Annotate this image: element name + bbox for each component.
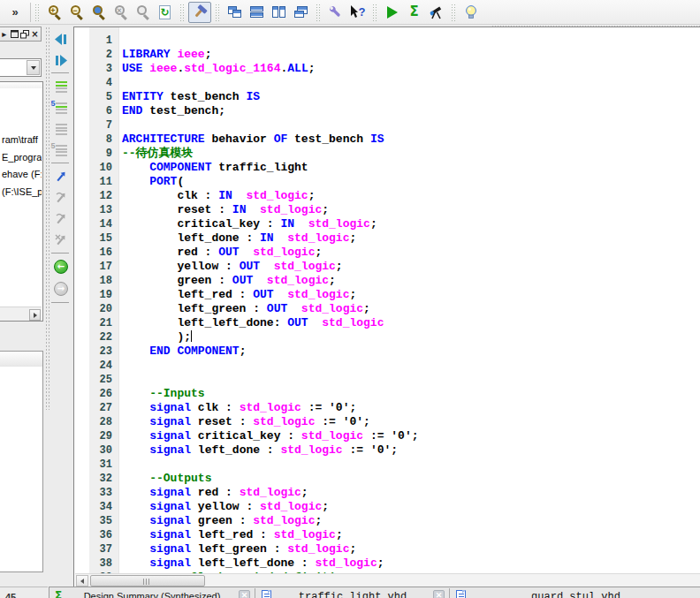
code-line: yellow : OUT std_logic; xyxy=(122,260,419,274)
line-number: 15 xyxy=(89,231,112,246)
toolbar-drag-handle[interactable] xyxy=(451,4,456,21)
toggle-bookmark-disabled-icon xyxy=(56,124,67,134)
tab-close-button[interactable]: ✕ xyxy=(433,590,445,598)
combobox-dropdown-button[interactable] xyxy=(27,60,40,75)
toggle-bookmark-button[interactable] xyxy=(52,78,70,95)
analyze-button[interactable] xyxy=(425,2,447,23)
code-line xyxy=(122,76,419,90)
toolbar-drag-handle[interactable] xyxy=(34,4,40,21)
code-line: critical_key : IN std_logic; xyxy=(122,217,419,231)
nav-previous-button[interactable] xyxy=(52,30,70,48)
toolbar-drag-handle[interactable] xyxy=(372,4,377,21)
left-panel-combobox[interactable] xyxy=(0,58,42,77)
panel-maximize-button[interactable] xyxy=(10,29,18,40)
list-item[interactable]: E_progra xyxy=(0,149,42,167)
document-tabbar: Σ Design Summary (Synthesized) ✕ traffic… xyxy=(49,587,700,598)
panel-undock-button[interactable]: ▸ xyxy=(0,29,8,40)
toolbar-drag-handle[interactable] xyxy=(316,4,321,21)
run-play-icon xyxy=(387,6,398,19)
toolbar-overflow-chevron[interactable]: » xyxy=(0,5,30,19)
tab-label: guard_stul.vhd xyxy=(451,591,700,598)
list-item[interactable]: ehave (F:\ xyxy=(0,166,42,184)
context-help-button[interactable]: ? xyxy=(346,2,369,23)
code-line: --Outputs xyxy=(122,472,419,486)
line-number: 14 xyxy=(89,217,112,231)
line-number: 27 xyxy=(89,401,112,415)
maximize-icon xyxy=(11,30,19,38)
line-number: 20 xyxy=(89,302,112,316)
prev-marker-disabled-button xyxy=(52,210,70,228)
panel-close-button[interactable]: × xyxy=(31,29,39,40)
refresh-view-button[interactable]: ↻ xyxy=(154,2,176,23)
line-number: 11 xyxy=(89,175,112,189)
tab-close-button[interactable]: ✕ xyxy=(239,590,250,598)
nav-next-icon xyxy=(55,55,68,66)
code-line: --Inputs xyxy=(122,387,419,401)
left-panel-file-list[interactable]: ram\traffE_prograehave (F:\(F:\ISE_p xyxy=(0,81,43,322)
file-list-hscrollbar[interactable] xyxy=(0,307,42,321)
line-number: 28 xyxy=(89,415,112,429)
settings-wrench-button[interactable] xyxy=(324,2,346,23)
implementation-tool-button[interactable] xyxy=(188,2,211,23)
wrench-icon xyxy=(328,4,343,19)
question-mark-icon: ? xyxy=(359,6,366,18)
toolbar-drag-handle[interactable] xyxy=(215,4,220,21)
line-number: 9 xyxy=(89,147,112,161)
toggle-bookmark-icon xyxy=(56,81,67,92)
code-line: reset : IN std_logic; xyxy=(122,203,419,217)
line-number: 30 xyxy=(89,443,112,458)
code-line: green : OUT std_logic; xyxy=(122,274,419,288)
line-number: 25 xyxy=(89,373,112,387)
line-number: 10 xyxy=(89,161,112,175)
list-item[interactable]: ram\traff xyxy=(0,132,42,149)
hscrollbar-thumb[interactable] xyxy=(90,575,205,587)
tab-traffic-light-vhd[interactable]: traffic_light.vhd ✕ xyxy=(256,588,450,598)
zoom-full-view-button[interactable] xyxy=(88,2,110,23)
scroll-right-button[interactable] xyxy=(29,309,41,321)
scroll-left-button[interactable] xyxy=(76,575,88,587)
bottom-left-tab-fragment[interactable]: 45 xyxy=(0,587,48,598)
go-back-button[interactable]: ← xyxy=(52,258,70,276)
code-line: ENTITY test_bench IS xyxy=(122,90,419,104)
set-marker-button[interactable] xyxy=(52,168,70,185)
show-tips-button[interactable] xyxy=(460,2,482,23)
code-line xyxy=(122,359,419,373)
code-viewport[interactable]: 1234567891011121314151617181920212223242… xyxy=(75,27,700,573)
help-arrow-cursor-icon xyxy=(350,5,359,19)
code-line: signal critical_key : std_logic := '0'; xyxy=(122,429,419,443)
lightbulb-icon xyxy=(464,4,478,19)
panel-restore-button[interactable] xyxy=(20,29,29,40)
code-line: PORT( xyxy=(122,175,419,189)
text-caret xyxy=(191,330,192,342)
code-line: left_green : OUT std_logic; xyxy=(122,302,419,316)
zoom-in-button[interactable]: + xyxy=(43,2,65,23)
line-number: 37 xyxy=(89,542,112,556)
left-lower-panel xyxy=(0,351,43,572)
side-toolbar-drag-handle[interactable] xyxy=(45,26,49,410)
tab-guard-stul-vhd[interactable]: guard_stul.vhd xyxy=(451,588,700,598)
nav-next-button[interactable] xyxy=(52,51,70,69)
arrange-windows-button[interactable] xyxy=(290,2,312,23)
goto-bookmark-button[interactable]: 5 xyxy=(52,99,70,117)
tile-horizontal-button[interactable] xyxy=(246,2,268,23)
zoom-selection-icon xyxy=(136,5,150,19)
code-line: COMPONENT traffic_light xyxy=(122,161,419,175)
code-line xyxy=(122,373,419,387)
run-all-button[interactable]: Σ xyxy=(403,2,425,23)
line-number: 29 xyxy=(89,429,112,443)
code-line: --待仿真模块 xyxy=(122,147,419,161)
tab-design-summary[interactable]: Σ Design Summary (Synthesized) ✕ xyxy=(49,588,255,598)
line-number: 23 xyxy=(89,344,112,359)
list-item[interactable]: (F:\ISE_p xyxy=(0,184,42,201)
line-number: 8 xyxy=(89,132,112,147)
zoom-out-button[interactable]: − xyxy=(65,2,88,23)
cascade-windows-button[interactable] xyxy=(224,2,246,23)
list-header-strip xyxy=(0,82,42,88)
code-area[interactable]: LIBRARY ieee;USE ieee.std_logic_1164.ALL… xyxy=(122,34,419,573)
line-number: 6 xyxy=(89,104,112,118)
toolbar-drag-handle[interactable] xyxy=(179,4,185,21)
run-button[interactable] xyxy=(381,2,403,23)
editor-hscrollbar[interactable] xyxy=(75,573,700,587)
line-number: 31 xyxy=(89,458,112,472)
tile-vertical-button[interactable] xyxy=(268,2,290,23)
